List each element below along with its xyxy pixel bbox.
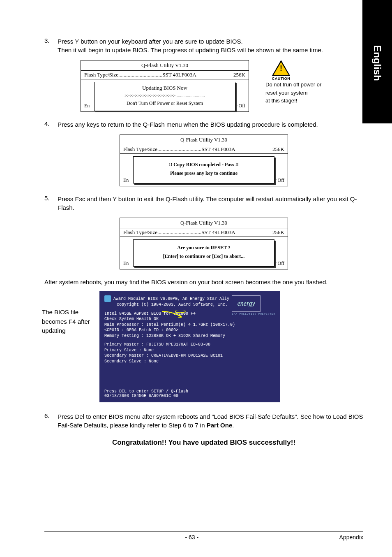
figure-1-row: Q-Flash Utility V1.30 Flash Type/Size...… <box>44 60 363 112</box>
boot-label: The BIOS file becomes F4 after updating <box>42 291 99 336</box>
popup-updating: Updating BIOS Now >>>>>>>>>>>>>>>>>>>>..… <box>94 82 235 111</box>
boot-b2: 03/18/2003-I845GE-6A69YG01C-00 <box>104 394 178 398</box>
popup-completed-line2: Please press any key to continue <box>135 170 272 176</box>
popup-reset-line1: Are you sure to RESET ? <box>135 245 272 251</box>
popup-completed: !! Copy BIOS completed - Pass !! Please … <box>133 156 274 183</box>
step-3-line1: Press Y button on your keyboard after yo… <box>58 38 243 45</box>
boot-l1: Award Modular BIOS v6.00PG, An Energy St… <box>113 297 229 301</box>
qflash-title-3: Q-Flash Utility V1.30 <box>120 218 288 228</box>
popup-updating-msg: Don't Turn Off Power or Reset System <box>96 100 233 107</box>
step-6: 6. Press Del to enter BIOS menu after sy… <box>44 412 363 429</box>
qflash-panel-3: Q-Flash Utility V1.30 Flash Type/Size...… <box>120 218 288 269</box>
qflash-title: Q-Flash Utility V1.30 <box>81 60 249 71</box>
step-3-line2: Then it will begin to update BIOS. The p… <box>58 46 323 53</box>
step-6-tail: . <box>232 422 234 429</box>
flash-size: 256K <box>221 72 245 78</box>
boot-l3a: Intel 845GE AGPSet BIOS <box>104 311 164 316</box>
qflash-popup-area: En er Off Updating BIOS Now >>>>>>>>>>>>… <box>81 79 249 111</box>
boot-screen: energy EPA POLLUTION PREVENTER Award Mod… <box>99 291 280 402</box>
figure-2-row: Q-Flash Utility V1.30 Flash Type/Size...… <box>44 135 363 186</box>
caution-note: Do not trun off power or reset your syst… <box>265 81 327 105</box>
page-footer: - 63 - Appendix <box>44 531 363 541</box>
energy-subtitle: EPA POLLUTION PREVENTER <box>232 313 275 316</box>
callout-arrow-icon <box>161 311 186 318</box>
step-6-number: 6. <box>44 412 58 429</box>
language-tab: English <box>362 0 392 123</box>
boot-l7: Memory Testing : 122880K OK + 8192K Shar… <box>104 334 225 338</box>
caution-note-1: Do not trun off power or <box>265 81 321 88</box>
boot-l2: Copyright (C) 1984-2003, Award Software,… <box>117 302 228 307</box>
boot-l8: Primary Master : FUJITSU MPE3170AT ED-03… <box>104 342 210 347</box>
caution-label: CAUTION <box>269 77 293 81</box>
page-content: 3. Press Y button on your keyboard after… <box>0 0 392 447</box>
boot-l9: Primary Slave : None <box>104 348 154 353</box>
boot-l11: Secondary Slave : None <box>104 359 159 364</box>
caution-note-3: at this stage!! <box>265 97 297 104</box>
caution-icon-box: ! CAUTION <box>269 60 293 81</box>
step-6-text: Press Del to enter BIOS menu after syste… <box>58 412 363 429</box>
energy-star-logo: energy EPA POLLUTION PREVENTER <box>232 295 275 316</box>
popup-updating-progress: >>>>>>>>>>>>>>>>>>>>....................… <box>96 93 233 98</box>
popup-updating-title: Updating BIOS Now <box>96 85 233 91</box>
popup-reset: Are you sure to RESET ? [Enter] to conti… <box>133 239 274 267</box>
footer-section: Appendix <box>339 534 363 541</box>
qflash-panel-1: Q-Flash Utility V1.30 Flash Type/Size...… <box>81 60 249 112</box>
page-number: - 63 - <box>44 534 339 541</box>
step-6-partone: Part One <box>207 422 233 429</box>
qflash-panel-2: Q-Flash Utility V1.30 Flash Type/Size...… <box>120 135 288 186</box>
svg-point-0 <box>175 311 185 313</box>
step-5-text: Press Esc and then Y button to exit the … <box>58 195 363 212</box>
qflash-title-2: Q-Flash Utility V1.30 <box>120 135 288 145</box>
step-4-text: Press any keys to return to the Q-Flash … <box>58 120 363 129</box>
qflash-flashline-3: Flash Type/Size.........................… <box>120 228 288 237</box>
step-5-number: 5. <box>44 195 58 212</box>
boot-l10: Secondary Master : CREATIVEDVD-RM DVD124… <box>104 353 223 358</box>
step-3: 3. Press Y button on your keyboard after… <box>44 37 363 54</box>
step-4: 4. Press any keys to return to the Q-Fla… <box>44 120 363 129</box>
caution-triangle-icon: ! <box>272 60 290 76</box>
after-reboot-text: After system reboots, you may find the B… <box>44 278 363 286</box>
congratulation-text: Congratulation!! You have updated BIOS s… <box>44 439 363 447</box>
award-logo-icon <box>104 295 111 302</box>
qflash-flashline: Flash Type/Size.........................… <box>81 71 249 79</box>
flash-type-value: SST 49LF003A <box>162 72 196 78</box>
flash-type-prefix: Flash Type/Size <box>84 72 118 78</box>
popup-completed-line1: !! Copy BIOS completed - Pass !! <box>135 162 272 168</box>
step-5: 5. Press Esc and then Y button to exit t… <box>44 195 363 212</box>
energy-word: energy <box>232 295 261 312</box>
boot-b1: Press DEL to enter SETUP / Q-Flash <box>104 389 188 394</box>
boot-l6: <CPUID : 0F0A Patch ID : 0009> <box>104 328 178 332</box>
qflash-popup-area-2: En er Off !! Copy BIOS completed - Pass … <box>120 154 288 186</box>
step-3-text: Press Y button on your keyboard after yo… <box>58 37 363 54</box>
boot-l5: Main Processor : Intel Pentium(R) 4 1.7G… <box>104 323 235 327</box>
qflash-popup-area-3: En er Off Are you sure to RESET ? [Enter… <box>120 237 288 269</box>
flash-type-cell: Flash Type/Size.........................… <box>84 72 221 78</box>
language-tab-text: English <box>371 45 383 81</box>
boot-figure: The BIOS file becomes F4 after updating … <box>44 291 363 402</box>
step-4-number: 4. <box>44 120 58 129</box>
popup-reset-line2: [Enter] to continure or [Esc] to abort..… <box>135 253 272 260</box>
caution-note-2: reset your system <box>265 90 308 96</box>
connector-line <box>249 80 261 80</box>
behind-left: En <box>84 103 90 109</box>
step-3-number: 3. <box>44 37 58 54</box>
boot-l4: Check System Health OK <box>104 317 159 321</box>
figure-3-row: Q-Flash Utility V1.30 Flash Type/Size...… <box>44 218 363 269</box>
qflash-flashline-2: Flash Type/Size.........................… <box>120 145 288 154</box>
boot-bottom-block: Press DEL to enter SETUP / Q-Flash 03/18… <box>104 389 188 398</box>
